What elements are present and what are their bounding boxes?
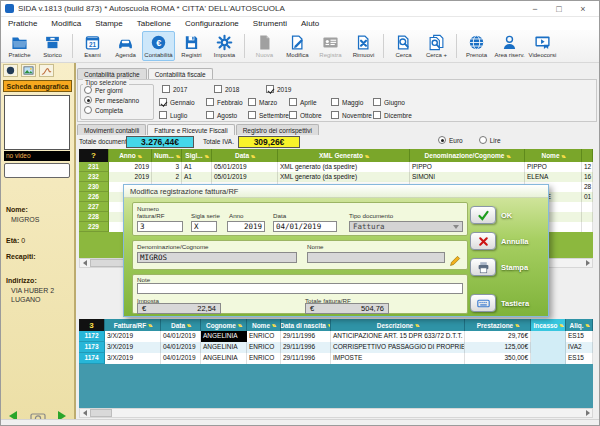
detail-row[interactable]: 11733/X/201904/01/2019ANGELINIAENRICO29/… <box>79 342 593 353</box>
toolbar-button-prenota[interactable]: Prenota <box>460 31 493 61</box>
denominazione-input[interactable] <box>137 252 297 263</box>
column-header-descrizione[interactable]: Descrizione▾▴ <box>331 319 465 331</box>
menu-item-configurazione[interactable]: Configurazione <box>178 19 246 28</box>
checkbox-febbraio[interactable]: Febbraio <box>206 98 243 106</box>
tab-contabilit-fiscale[interactable]: Contabilità fiscale <box>148 68 213 79</box>
minimize-button[interactable]: − <box>523 2 547 16</box>
image-icon[interactable] <box>21 64 36 77</box>
checkbox-agosto[interactable]: Agosto <box>206 111 237 119</box>
menu-item-tabellone[interactable]: Tabellone <box>130 19 178 28</box>
scrollbar-track[interactable] <box>89 409 583 417</box>
record-icon[interactable] <box>3 64 18 77</box>
data-input[interactable] <box>273 221 337 232</box>
column-header-data[interactable]: Data▾▴ <box>161 319 201 331</box>
toolbar-button-registri[interactable]: Registri <box>175 31 208 61</box>
table-corner-header[interactable]: ? <box>79 149 109 162</box>
toolbar-button-rimuovi[interactable]: Rimuovi <box>347 31 380 61</box>
checkbox-dicembre[interactable]: Dicembre <box>373 111 412 119</box>
checkbox-2019[interactable]: 2019 <box>266 85 291 93</box>
column-header-cognome[interactable]: Cognome▾▴ <box>201 319 247 331</box>
toolbar-button-registra[interactable]: Registra <box>314 31 347 61</box>
menu-item-modifica[interactable]: Modifica <box>44 19 88 28</box>
radio-per-giorni[interactable]: Per giorni <box>84 86 123 94</box>
annulla-button[interactable]: Annulla <box>470 232 529 250</box>
column-header-data-di-nascita[interactable]: Data di nascita▾▴ <box>281 319 331 331</box>
menu-item-stampe[interactable]: Stampe <box>88 19 130 28</box>
nome-input[interactable] <box>307 252 445 263</box>
column-header-num[interactable]: Num...▾▴ <box>152 149 182 162</box>
checkbox-2018[interactable]: 2018 <box>214 85 239 93</box>
menu-item-aiuto[interactable]: Aiuto <box>294 19 326 28</box>
scroll-right-arrow-icon[interactable] <box>583 409 592 417</box>
checkbox-giugno[interactable]: Giugno <box>373 98 405 106</box>
toolbar-button-nuova[interactable]: Nuova <box>248 31 281 61</box>
pencil-icon[interactable] <box>449 253 461 265</box>
scroll-left-arrow-icon[interactable] <box>80 409 89 417</box>
signature-icon[interactable] <box>39 64 54 77</box>
radio-per-mese-anno[interactable]: Per mese/anno <box>84 96 139 104</box>
scroll-left-arrow-icon[interactable] <box>80 259 89 267</box>
currency-radio-euro[interactable]: Euro <box>438 136 463 144</box>
details-table-horizontal-scrollbar[interactable] <box>79 408 593 418</box>
tab-contabilit-pratiche[interactable]: Contabilità pratiche <box>77 68 147 79</box>
checkbox-aprile[interactable]: Aprile <box>289 98 317 106</box>
stampa-button[interactable]: Stampa <box>470 258 528 276</box>
toolbar-button-contabilit[interactable]: €Contabilità <box>142 31 175 61</box>
column-header-sigl[interactable]: Sigl...▾▴ <box>182 149 212 162</box>
column-header-anno[interactable]: Anno▾▴ <box>109 149 152 162</box>
table-corner-header[interactable]: 3 <box>79 319 105 331</box>
checkbox-maggio[interactable]: Maggio <box>331 98 363 106</box>
column-header-nome[interactable]: Nome▾▴ <box>247 319 281 331</box>
column-header-fattura-rf[interactable]: Fattura/RF▾▴ <box>105 319 161 331</box>
ok-button[interactable]: OK <box>470 206 512 224</box>
subtab-movimenti-contabili[interactable]: Movimenti contabili <box>77 124 146 135</box>
toolbar-button-storico[interactable]: Storico <box>36 31 69 61</box>
column-header-prestazione[interactable]: Prestazione▾▴ <box>465 319 531 331</box>
subtab-fatture-e-ricevute-fiscali[interactable]: Fatture e Ricevute Fiscali <box>147 124 234 135</box>
maximize-button[interactable]: □ <box>547 2 571 16</box>
toolbar-button-cerca[interactable]: Cerca <box>387 31 420 61</box>
tipo-documento-select[interactable]: Fattura <box>349 221 463 232</box>
checkbox-2017[interactable]: 2017 <box>162 85 187 93</box>
checkbox-ottobre[interactable]: Ottobre <box>289 111 322 119</box>
currency-radio-lire[interactable]: Lire <box>479 136 501 144</box>
note-input[interactable] <box>137 283 463 294</box>
toolbar-button-videocorsi[interactable]: Videocorsi <box>526 31 559 61</box>
sigla-input[interactable] <box>191 221 217 232</box>
scroll-right-arrow-icon[interactable] <box>583 259 592 267</box>
toolbar-button-area-riserv[interactable]: Area riserv. <box>493 31 526 61</box>
toolbar-button-modifica[interactable]: Modifica <box>281 31 314 61</box>
toolbar-button-pratiche[interactable]: Pratiche <box>3 31 36 61</box>
radio-completa[interactable]: Completa <box>84 106 123 114</box>
radio-icon <box>84 96 92 104</box>
numero-input[interactable] <box>137 221 183 232</box>
column-header-incasso[interactable]: Incasso▾▴ <box>531 319 566 331</box>
toolbar-button-label: Modifica <box>286 52 308 58</box>
column-header-extra[interactable] <box>582 149 593 162</box>
column-header-denominazione-cognome[interactable]: Denominazione/Cognome▾▴ <box>410 149 525 162</box>
subtab-registro-dei-corrispettivi[interactable]: Registro dei corrispettivi <box>236 124 319 135</box>
anno-input[interactable] <box>227 221 265 232</box>
detail-row[interactable]: 11743/X/201904/01/2019ANGELINIAENRICO29/… <box>79 353 593 364</box>
scrollbar-thumb[interactable] <box>90 409 112 417</box>
column-header-aliq[interactable]: Aliq.▾▴ <box>566 319 593 331</box>
checkbox-luglio[interactable]: Luglio <box>159 111 187 119</box>
detail-row[interactable]: 11723/X/201904/01/2019ANGELINIAENRICO29/… <box>79 331 593 342</box>
checkbox-marzo[interactable]: Marzo <box>248 98 277 106</box>
checkbox-gennaio[interactable]: Gennaio <box>159 98 195 106</box>
invoice-row[interactable]: 23120193A105/01/2019XML generato (da spe… <box>79 162 593 172</box>
column-header-data[interactable]: Data▾▴ <box>212 149 278 162</box>
column-header-xml-generato[interactable]: XML Generato▾▴ <box>278 149 410 162</box>
toolbar-button-cerca[interactable]: Cerca + <box>420 31 453 61</box>
toolbar-button-agenda[interactable]: Agenda <box>109 31 142 61</box>
toolbar-button-esami[interactable]: 21Esami <box>76 31 109 61</box>
invoice-row[interactable]: 23220192A105/01/2019XML generato (da spe… <box>79 172 593 182</box>
menu-item-pratiche[interactable]: Pratiche <box>1 19 44 28</box>
checkbox-novembre[interactable]: Novembre <box>331 111 372 119</box>
checkbox-settembre[interactable]: Settembre <box>248 111 289 119</box>
toolbar-button-imposta[interactable]: Imposta <box>208 31 241 61</box>
menu-item-strumenti[interactable]: Strumenti <box>246 19 294 28</box>
close-button[interactable]: × <box>571 2 595 16</box>
tastiera-button[interactable]: Tastiera <box>470 294 529 312</box>
column-header-nome[interactable]: Nome▾▴ <box>525 149 582 162</box>
